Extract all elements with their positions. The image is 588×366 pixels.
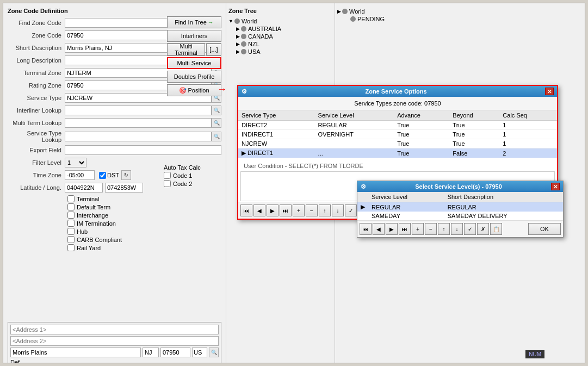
table-row[interactable]: SAMEDAY SAMEDAY DELIVERY [357,212,563,220]
remove-btn[interactable]: − [306,204,318,216]
hub-checkbox[interactable] [67,228,75,235]
service-level-cell: OVERNIGHT [315,130,394,139]
add-btn[interactable]: + [412,223,424,235]
dst-checkbox[interactable] [99,172,106,179]
last-btn[interactable]: ⏭ [399,223,411,235]
x-btn[interactable]: ✗ [477,223,489,235]
tree-australia[interactable]: ▶ AUSTRALIA [236,25,332,33]
code2-checkbox[interactable] [164,180,171,187]
position-button[interactable]: 🎯 Position [167,84,221,96]
carb-compliant-checkbox[interactable] [67,236,75,243]
select-service-title-bar: ⚙ Select Service Level(s) - 07950 ✕ [357,181,563,192]
table-row[interactable]: ▶ REGULAR REGULAR [357,202,563,212]
multi-terminal-button[interactable]: Multi Terminal [167,44,205,55]
service-type-label: Service Type [8,95,65,101]
service-type-lookup-search-icon[interactable]: 🔍 [212,132,221,141]
country-search-icon[interactable]: 🔍 [209,348,219,357]
filter-level-label: Filter Level [8,159,65,166]
ok-button[interactable]: OK [528,223,561,235]
next-btn[interactable]: ▶ [267,204,278,216]
longitude-input[interactable] [105,183,143,193]
right-pending[interactable]: PENDING [350,15,583,23]
tree-canada[interactable]: ▶ CANADA [236,33,332,40]
code1-checkbox[interactable] [164,172,171,179]
zip-input[interactable] [160,348,190,357]
city-state-row: 🔍 [10,348,219,357]
address1-input[interactable] [10,325,219,334]
lat-long-label: Latitude / Long. [8,184,65,191]
world-label: World [242,18,257,24]
rating-zone-label: Rating Zone [8,82,65,89]
latitude-input[interactable] [65,183,103,193]
state-input[interactable] [143,348,159,357]
last-btn[interactable]: ⏭ [280,204,292,216]
rail-yard-checkbox[interactable] [67,244,75,251]
interliner-lookup-input[interactable] [65,106,212,115]
calc-seq-cell: 1 [499,121,557,130]
right-world-arrow: ▶ [337,9,341,14]
table-row[interactable]: ▶ DIRECT1 ... True False 2 [238,148,557,158]
carb-compliant-label: CARB Compliant [77,237,122,243]
time-zone-input[interactable] [65,170,95,180]
select-service-toolbar: ⏮ ◀ ▶ ⏭ + − ↑ ↓ ✓ ✗ 📋 OK [357,220,563,237]
right-world[interactable]: ▶ World [337,8,583,15]
address2-input[interactable] [10,336,219,346]
prev-btn[interactable]: ◀ [253,204,265,216]
col-beyond: Beyond [449,110,499,121]
default-term-checkbox[interactable] [67,203,75,210]
first-btn[interactable]: ⏮ [360,223,372,235]
export-field-input[interactable] [65,145,221,155]
service-level-cell: SAMEDAY [368,212,444,220]
service-type-lookup-label: Service Type Lookup [8,130,65,143]
zone-service-table: Service Type Service Level Advance Beyon… [238,110,557,158]
beyond-cell: False [449,148,499,158]
country-input[interactable] [192,348,207,357]
short-desc-cell: SAMEDAY DELIVERY [444,212,563,220]
interchange-checkbox[interactable] [67,212,75,219]
down-btn[interactable]: ↓ [332,204,344,216]
calc-seq-cell: 2 [499,148,557,158]
im-termination-checkbox[interactable] [67,220,75,227]
interliner-lookup-search-icon[interactable]: 🔍 [212,106,221,115]
service-type-lookup-input[interactable] [65,132,212,141]
service-type-cell: INDIRECT1 [238,130,315,139]
beyond-cell: True [449,130,499,139]
first-btn[interactable]: ⏮ [240,204,252,216]
city-input[interactable] [10,348,141,357]
advance-cell: True [394,121,449,130]
add-btn[interactable]: + [293,204,305,216]
tree-nzl[interactable]: ▶ NZL [236,40,332,48]
find-in-tree-button[interactable]: Find In Tree → [167,16,221,28]
table-row[interactable]: DIRECT2 REGULAR True True 1 [238,121,557,130]
next-btn[interactable]: ▶ [386,223,398,235]
tree-usa[interactable]: ▶ USA [236,48,332,55]
timezone-refresh-icon[interactable]: ↻ [121,170,131,180]
tree-world[interactable]: ▼ World [228,17,332,25]
multi-terminal-ellipsis-button[interactable]: [...] [206,44,221,55]
check-btn[interactable]: ✓ [345,204,357,216]
multi-term-lookup-search-icon[interactable]: 🔍 [212,118,221,128]
down-btn[interactable]: ↓ [451,223,463,235]
copy-btn[interactable]: 📋 [490,223,502,235]
prev-btn[interactable]: ◀ [373,223,385,235]
up-btn[interactable]: ↑ [319,204,331,216]
remove-btn[interactable]: − [425,223,437,235]
nzl-arrow: ▶ [236,41,240,47]
terminal-checkbox[interactable] [67,195,75,202]
check-btn[interactable]: ✓ [464,223,476,235]
zone-service-close-btn[interactable]: ✕ [545,88,554,95]
filter-level-select[interactable]: 1 2 3 [65,158,86,168]
toolbar-spacer [503,223,527,235]
right-pending-label: PENDING [357,16,385,22]
table-row[interactable]: NJCREW True True 1 [238,139,557,148]
doubles-profile-button[interactable]: Doubles Profile [167,71,221,83]
multi-service-button[interactable]: Multi Service [167,57,221,69]
world-expand-arrow: ▼ [228,18,233,24]
up-btn[interactable]: ↑ [438,223,450,235]
table-row[interactable]: INDIRECT1 OVERNIGHT True True 1 [238,130,557,139]
zone-code-label: Zone Code [8,32,65,39]
interliners-button[interactable]: Interliners [167,30,221,42]
row-arrow-cell: ▶ DIRECT1 [238,148,315,158]
select-service-close-btn[interactable]: ✕ [551,183,560,190]
multi-term-lookup-input[interactable] [65,118,212,128]
